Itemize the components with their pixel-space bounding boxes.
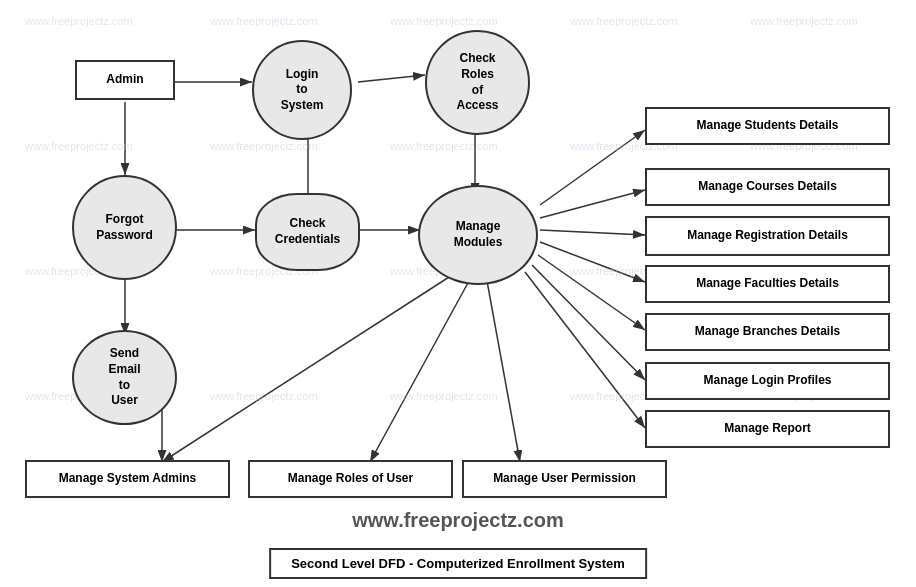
footer-watermark: www.freeprojectz.com [0,509,916,532]
forgot-password-node: Forgot Password [72,175,177,280]
manage-modules-node: Manage Modules [418,185,538,285]
manage-students-node: Manage Students Details [645,107,890,145]
watermark-4: www.freeprojectz.com [570,15,678,27]
watermark-5: www.freeprojectz.com [750,15,858,27]
svg-line-10 [540,130,645,205]
manage-permission-node: Manage User Permission [462,460,667,498]
manage-branches-node: Manage Branches Details [645,313,890,351]
svg-line-15 [532,265,645,380]
admin-node: Admin [75,60,175,100]
check-roles-node: Check Roles of Access [425,30,530,135]
watermark-2: www.freeprojectz.com [210,15,318,27]
svg-line-13 [540,242,645,282]
svg-line-3 [358,75,425,82]
manage-registration-node: Manage Registration Details [645,216,890,256]
svg-line-18 [485,270,520,462]
svg-line-16 [525,272,645,428]
footer-title: Second Level DFD - Computerized Enrollme… [269,548,647,579]
svg-line-12 [540,230,645,235]
send-email-node: Send Email to User [72,330,177,425]
manage-login-node: Manage Login Profiles [645,362,890,400]
manage-admins-node: Manage System Admins [25,460,230,498]
svg-line-19 [162,270,460,462]
svg-line-11 [540,190,645,218]
watermark-18: www.freeprojectz.com [390,390,498,402]
manage-courses-node: Manage Courses Details [645,168,890,206]
watermark-7: www.freeprojectz.com [210,140,318,152]
watermark-3: www.freeprojectz.com [390,15,498,27]
check-credentials-node: Check Credentials [255,193,360,271]
manage-roles-node: Manage Roles of User [248,460,453,498]
login-system-node: Login to System [252,40,352,140]
watermark-8: www.freeprojectz.com [390,140,498,152]
svg-line-17 [370,270,475,462]
watermark-1: www.freeprojectz.com [25,15,133,27]
svg-line-14 [538,255,645,330]
manage-faculties-node: Manage Faculties Details [645,265,890,303]
manage-report-node: Manage Report [645,410,890,448]
watermark-17: www.freeprojectz.com [210,390,318,402]
watermark-6: www.freeprojectz.com [25,140,133,152]
